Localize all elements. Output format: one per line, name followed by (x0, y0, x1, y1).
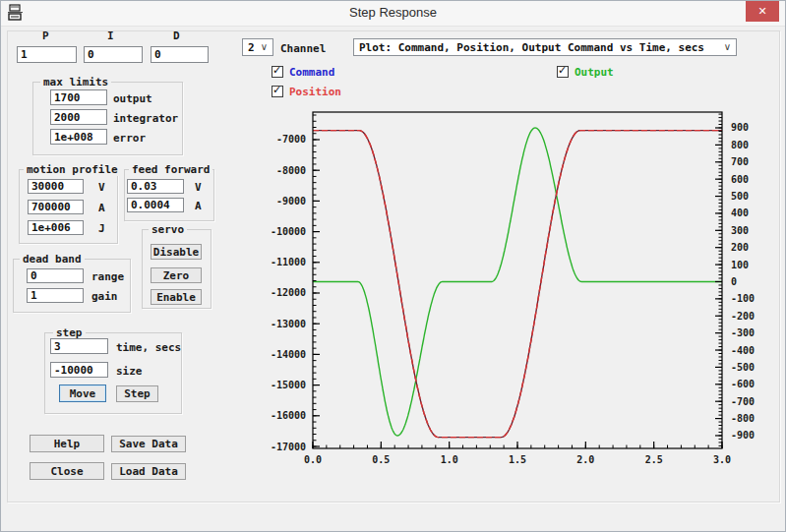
svg-text:0: 0 (731, 276, 737, 287)
plot-select[interactable]: Plot: Command, Position, Output Command … (353, 38, 737, 56)
svg-text:-7000: -7000 (276, 134, 306, 145)
command-checkbox-label: Command (289, 66, 334, 79)
svg-text:-16000: -16000 (271, 410, 306, 421)
output-checkbox[interactable]: ✓ (557, 66, 569, 78)
svg-text:500: 500 (731, 191, 749, 202)
svg-text:1.5: 1.5 (509, 454, 526, 465)
dead-band-title: dead band (20, 253, 85, 266)
p-label: P (42, 30, 49, 42)
ff-velocity-label: V (195, 181, 202, 194)
svg-text:300: 300 (731, 225, 749, 236)
channel-label: Channel (280, 42, 326, 55)
d-label: D (173, 30, 180, 42)
svg-text:2.5: 2.5 (645, 454, 663, 465)
svg-text:-14000: -14000 (271, 349, 306, 360)
jerk-label: J (98, 222, 105, 235)
save-data-button[interactable]: Save Data (111, 436, 186, 452)
chevron-down-icon: ∨ (261, 41, 268, 52)
dead-band-gain-label: gain (91, 290, 118, 303)
title-bar: Step Response ✕ (1, 1, 785, 27)
output-checkbox-label: Output (574, 66, 614, 79)
svg-text:200: 200 (731, 242, 749, 253)
svg-text:3.0: 3.0 (713, 454, 731, 465)
position-checkbox[interactable]: ✓ (272, 86, 283, 97)
ff-velocity-field[interactable] (127, 179, 184, 194)
svg-text:-300: -300 (731, 327, 755, 338)
dead-band-gain-field[interactable] (27, 288, 84, 303)
load-data-button[interactable]: Load Data (111, 463, 186, 480)
error-limit-field[interactable] (50, 129, 107, 145)
d-field[interactable] (151, 46, 209, 63)
svg-text:-200: -200 (731, 311, 755, 322)
velocity-field[interactable] (28, 179, 84, 194)
check-icon: ✓ (272, 64, 281, 77)
svg-text:-700: -700 (731, 396, 755, 407)
i-field[interactable] (84, 46, 143, 63)
p-field[interactable] (17, 46, 77, 63)
ff-accel-field[interactable] (127, 198, 184, 212)
dead-band-range-field[interactable] (27, 268, 84, 283)
ff-accel-label: A (195, 200, 202, 212)
svg-text:-600: -600 (731, 379, 755, 389)
svg-text:-9000: -9000 (276, 196, 306, 207)
step-response-plot: -7000-8000-9000-10000-11000-12000-13000-… (247, 99, 786, 493)
svg-text:1.0: 1.0 (441, 454, 458, 465)
svg-text:100: 100 (731, 260, 749, 270)
command-checkbox[interactable]: ✓ (272, 66, 283, 78)
disable-button[interactable]: Disable (151, 244, 202, 260)
svg-text:-11000: -11000 (271, 257, 306, 267)
svg-text:2.0: 2.0 (576, 454, 594, 465)
output-limit-field[interactable] (50, 89, 107, 105)
svg-text:900: 900 (731, 122, 749, 133)
close-button[interactable]: ✕ (746, 1, 779, 22)
svg-text:700: 700 (731, 156, 749, 167)
window-title: Step Response (1, 5, 785, 20)
output-limit-label: output (113, 92, 152, 105)
enable-button[interactable]: Enable (151, 289, 202, 305)
help-button[interactable]: Help (30, 435, 104, 452)
dead-band-range-label: range (91, 270, 124, 283)
chevron-down-icon: ∨ (724, 41, 731, 52)
step-size-field[interactable] (50, 362, 108, 378)
error-limit-label: error (113, 132, 146, 145)
motion-profile-title: motion profile (24, 163, 121, 176)
svg-text:-800: -800 (731, 413, 755, 424)
svg-text:-12000: -12000 (271, 287, 306, 298)
svg-text:400: 400 (731, 207, 749, 218)
series-output (313, 128, 722, 436)
servo-title: servo (149, 223, 187, 236)
velocity-label: V (98, 181, 105, 194)
max-limits-title: max limits (40, 76, 111, 89)
feed-forward-group: feed forward (124, 169, 214, 221)
svg-text:0.0: 0.0 (304, 454, 322, 465)
accel-field[interactable] (28, 200, 84, 214)
series-command (313, 131, 722, 438)
series-position (313, 131, 722, 438)
step-response-window: Step Response ✕ P I D max limits output … (0, 0, 786, 532)
step-button[interactable]: Step (116, 385, 158, 402)
check-icon: ✓ (272, 84, 281, 96)
move-button[interactable]: Move (59, 384, 106, 402)
svg-text:-500: -500 (731, 362, 755, 373)
svg-text:600: 600 (731, 174, 749, 185)
step-time-label: time, secs (116, 341, 181, 354)
svg-text:0.5: 0.5 (372, 454, 390, 465)
svg-text:-13000: -13000 (271, 319, 306, 329)
feed-forward-title: feed forward (129, 163, 212, 176)
integrator-limit-field[interactable] (50, 109, 107, 125)
step-time-field[interactable] (50, 338, 108, 354)
svg-text:800: 800 (731, 140, 749, 150)
svg-text:-400: -400 (731, 345, 755, 356)
check-icon: ✓ (558, 64, 567, 77)
integrator-limit-label: integrator (113, 112, 178, 125)
channel-select[interactable]: 2 ∨ (242, 38, 273, 56)
position-checkbox-label: Position (289, 86, 341, 98)
i-label: I (107, 30, 114, 42)
svg-text:-8000: -8000 (276, 165, 306, 176)
close-dialog-button[interactable]: Close (30, 462, 104, 480)
jerk-field[interactable] (28, 220, 84, 235)
step-size-label: size (116, 365, 143, 378)
svg-text:-17000: -17000 (271, 442, 306, 452)
zero-button[interactable]: Zero (151, 267, 202, 283)
svg-text:-15000: -15000 (271, 380, 306, 390)
